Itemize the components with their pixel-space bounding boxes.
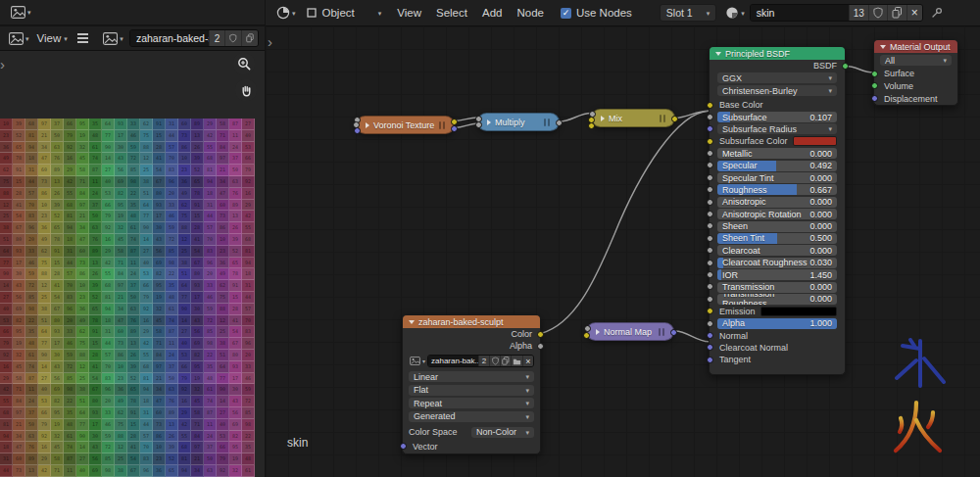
principled-row-normal[interactable]: Normal xyxy=(710,329,845,341)
socket-input[interactable] xyxy=(707,283,713,290)
socket-input-color2[interactable] xyxy=(588,122,595,129)
browse-material-button[interactable]: ▾ xyxy=(722,4,748,22)
principled-row-transmission-roughness[interactable]: Transmission Roughness0.000 xyxy=(710,293,845,305)
collapse-icon[interactable] xyxy=(880,45,886,49)
socket-input[interactable] xyxy=(707,344,713,351)
toolbar-toggle-icon[interactable]: › xyxy=(0,57,5,72)
node-material-output[interactable]: Material Output All ▾ SurfaceVolumeDispl… xyxy=(873,39,958,106)
zoom-gizmo-button[interactable] xyxy=(233,53,255,74)
unlink-material-button[interactable]: × xyxy=(906,5,922,21)
value-slider[interactable]: Specular Tint0.000 xyxy=(717,172,837,183)
image-editor-viewport[interactable]: › 10396897376695356493336291316089295887… xyxy=(0,53,265,477)
principled-row-emission[interactable]: Emission xyxy=(710,306,845,317)
principled-row-subsurface[interactable]: Subsurface0.107 xyxy=(710,111,845,122)
editor-type-button[interactable]: ▾ xyxy=(8,4,34,21)
principled-row-sheen-tint[interactable]: Sheen Tint0.500 xyxy=(710,232,845,244)
value-slider[interactable]: Clearcoat0.000 xyxy=(717,245,837,256)
material-name-field[interactable]: skin xyxy=(751,5,849,21)
node-multiply[interactable]: Multiply xyxy=(477,113,560,131)
dropdown-flat[interactable]: Flat▾ xyxy=(409,385,534,396)
sidebar-toggle-icon[interactable]: › xyxy=(268,34,272,49)
socket-input[interactable] xyxy=(707,174,713,181)
node-mix[interactable]: Mix xyxy=(591,109,675,127)
dropdown-linear[interactable]: Linear▾ xyxy=(409,371,534,382)
dropdown-repeat[interactable]: Repeat▾ xyxy=(409,398,534,408)
principled-row-subsurface-radius[interactable]: Subsurface Radius▾ xyxy=(710,123,845,135)
expand-icon[interactable] xyxy=(487,119,491,125)
dropdown-generated[interactable]: Generated▾ xyxy=(409,411,534,422)
socket-input[interactable] xyxy=(707,235,713,242)
principled-row-specular[interactable]: Specular0.492 xyxy=(710,160,845,171)
color-swatch[interactable] xyxy=(760,307,837,316)
image-editor-type-button[interactable]: ▾ xyxy=(6,30,32,47)
browse-image-button[interactable]: ▾ xyxy=(100,30,126,47)
image-users-badge[interactable]: 2 xyxy=(209,30,224,46)
target-dropdown[interactable]: All ▾ xyxy=(874,53,957,68)
value-slider[interactable]: Alpha1.000 xyxy=(717,318,837,329)
principled-row-specular-tint[interactable]: Specular Tint0.000 xyxy=(710,171,845,183)
socket-input-volume[interactable] xyxy=(871,82,878,89)
socket-output-position[interactable] xyxy=(451,125,458,132)
socket-input[interactable] xyxy=(707,296,713,303)
socket-input[interactable] xyxy=(707,320,713,327)
socket-output-value[interactable] xyxy=(556,119,563,126)
new-image-button[interactable] xyxy=(500,356,511,366)
value-slider[interactable]: Specular0.492 xyxy=(717,161,837,171)
socket-input[interactable] xyxy=(707,357,713,363)
color-space-dropdown[interactable]: Non-Color ▾ xyxy=(471,427,534,438)
socket-input[interactable] xyxy=(707,102,713,109)
menu-node[interactable]: Node xyxy=(516,7,544,19)
pin-button[interactable] xyxy=(928,5,946,21)
new-material-button[interactable] xyxy=(887,5,906,21)
principled-row-clearcoat-normal[interactable]: Clearcoat Normal xyxy=(710,342,845,354)
socket-input[interactable] xyxy=(707,199,713,206)
expand-icon[interactable] xyxy=(366,122,369,128)
principled-row-sheen[interactable]: Sheen0.000 xyxy=(710,220,845,232)
socket-output-alpha[interactable] xyxy=(537,343,544,350)
socket-input[interactable] xyxy=(354,127,361,134)
material-users-badge[interactable]: 13 xyxy=(849,5,868,21)
slot-dropdown[interactable]: Slot 1 ▾ xyxy=(660,4,716,22)
menu-hamburger-icon[interactable] xyxy=(77,33,89,43)
socket-input-displacement[interactable] xyxy=(871,95,878,102)
distribution-dropdown[interactable]: GGX ▾ xyxy=(710,72,845,84)
socket-input[interactable] xyxy=(475,121,482,128)
node-header[interactable]: Principled BSDF xyxy=(710,47,845,60)
value-slider[interactable]: Metallic0.000 xyxy=(717,148,837,159)
shader-mode-dropdown[interactable]: Object ▾ xyxy=(307,7,382,19)
node-canvas[interactable]: › Voronoi Texture xyxy=(266,26,980,477)
browse-image-button[interactable]: ▾ xyxy=(409,357,426,365)
socket-input[interactable] xyxy=(707,150,713,157)
socket-input[interactable] xyxy=(707,114,713,120)
image-name-field[interactable]: zaharan-bak... xyxy=(428,356,478,366)
value-slider[interactable]: Roughness0.667 xyxy=(717,184,837,195)
principled-row-transmission[interactable]: Transmission0.000 xyxy=(710,281,845,293)
expand-icon[interactable] xyxy=(601,116,605,121)
menu-view[interactable]: View xyxy=(397,7,421,19)
open-image-button[interactable] xyxy=(511,356,522,366)
socket-input[interactable] xyxy=(707,186,713,193)
socket-input-vector[interactable] xyxy=(400,443,407,450)
principled-row-ior[interactable]: IOR1.450 xyxy=(710,268,845,280)
socket-output-normal[interactable] xyxy=(670,329,677,336)
fake-user-button[interactable] xyxy=(489,356,500,366)
collapse-icon[interactable] xyxy=(409,320,415,324)
node-principled-bsdf[interactable]: Principled BSDF BSDF GGX ▾ Christensen-B… xyxy=(709,46,846,375)
node-image-texture[interactable]: zaharan-baked-sculpt Color Alpha xyxy=(402,314,541,454)
socket-output-color[interactable] xyxy=(537,331,544,338)
socket-input[interactable] xyxy=(707,162,713,168)
use-nodes-toggle[interactable]: ✓ Use Nodes xyxy=(561,7,632,19)
socket-input[interactable] xyxy=(707,260,713,266)
view-menu[interactable]: View ▾ xyxy=(37,32,68,44)
fake-user-button[interactable] xyxy=(224,30,241,46)
principled-row-clearcoat-roughness[interactable]: Clearcoat Roughness0.030 xyxy=(710,257,845,268)
value-slider[interactable]: Transmission0.000 xyxy=(717,282,837,293)
value-slider[interactable]: Transmission Roughness0.000 xyxy=(717,294,837,305)
dropdown[interactable]: Subsurface Radius▾ xyxy=(717,123,837,134)
menu-select[interactable]: Select xyxy=(436,7,467,19)
node-voronoi-texture[interactable]: Voronoi Texture xyxy=(356,116,455,134)
socket-input[interactable] xyxy=(707,308,713,314)
socket-input[interactable] xyxy=(707,211,713,217)
principled-row-roughness[interactable]: Roughness0.667 xyxy=(710,184,845,196)
socket-output-color[interactable] xyxy=(451,119,458,125)
